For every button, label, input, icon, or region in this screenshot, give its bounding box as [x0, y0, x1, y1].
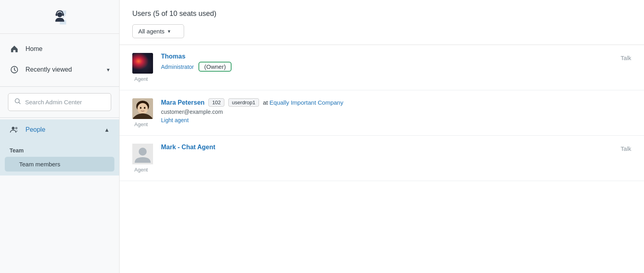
sidebar: Home Recently viewed ▾: [0, 0, 120, 273]
nav-item-people[interactable]: People ▲: [0, 119, 119, 140]
zendesk-logo-icon: [50, 8, 69, 27]
page-title: Users (5 of 10 seats used): [132, 10, 631, 18]
svg-point-13: [139, 148, 147, 156]
user-email: customer@example.com: [161, 108, 631, 115]
svg-point-10: [140, 107, 141, 109]
user-company: at Equally Important Company: [263, 99, 344, 106]
user-list: Agent Thomas Administrator (Owner) Talk: [120, 45, 644, 181]
user-type-label: Agent: [134, 121, 148, 127]
svg-point-0: [57, 12, 62, 17]
dropdown-chevron-icon: ▾: [168, 28, 171, 34]
user-info: Thomas Administrator (Owner): [161, 53, 613, 72]
nav-item-recently-viewed-label: Recently viewed: [26, 66, 100, 73]
user-row-right: Talk: [620, 144, 631, 152]
svg-point-11: [144, 107, 145, 109]
user-info: Mark - Chat Agent: [161, 144, 613, 151]
svg-point-5: [12, 127, 15, 130]
svg-rect-2: [62, 14, 64, 16]
agents-filter-label: All agents: [138, 28, 165, 35]
search-input[interactable]: [25, 99, 105, 105]
table-row: Agent Thomas Administrator (Owner) Talk: [120, 45, 644, 90]
people-icon: [10, 125, 19, 135]
table-row: Agent Mark - Chat Agent Talk: [120, 136, 644, 181]
chevron-down-icon: ▾: [107, 66, 110, 73]
home-icon: [10, 44, 19, 54]
user-role-row: Administrator (Owner): [161, 62, 613, 72]
user-role[interactable]: Light agent: [161, 117, 188, 123]
svg-rect-1: [55, 14, 57, 16]
company-link[interactable]: Equally Important Company: [269, 99, 343, 106]
user-row-right: Talk: [620, 53, 631, 61]
sidebar-item-team-members[interactable]: Team members: [5, 157, 114, 172]
user-badge-number: 102: [208, 98, 224, 107]
nav-divider: [0, 86, 119, 87]
chevron-up-icon: ▲: [104, 127, 110, 133]
main-header: Users (5 of 10 seats used) All agents ▾: [120, 0, 644, 45]
owner-badge: (Owner): [198, 62, 231, 72]
clock-icon: [10, 65, 19, 74]
svg-point-9: [137, 103, 148, 114]
user-name[interactable]: Mark - Chat Agent: [161, 144, 215, 151]
svg-point-6: [15, 127, 18, 129]
nav-item-home-label: Home: [26, 45, 110, 53]
sub-nav: Team Team members: [0, 140, 119, 176]
user-product: Talk: [620, 53, 631, 61]
main-content: Users (5 of 10 seats used) All agents ▾ …: [120, 0, 644, 273]
search-box[interactable]: [8, 93, 111, 111]
user-type-label: Agent: [134, 76, 148, 82]
sidebar-nav: Home Recently viewed ▾: [0, 34, 119, 85]
user-role[interactable]: Administrator: [161, 64, 194, 70]
avatar: [132, 53, 153, 74]
filter-row: All agents ▾: [132, 24, 631, 38]
user-name[interactable]: Mara Petersen: [161, 99, 204, 106]
avatar: [132, 144, 153, 164]
search-divider: [0, 117, 119, 118]
nav-item-home[interactable]: Home: [0, 39, 119, 59]
user-name[interactable]: Thomas: [161, 53, 185, 60]
user-type-label: Agent: [134, 167, 148, 173]
search-icon: [14, 98, 21, 107]
agents-filter-dropdown[interactable]: All agents ▾: [132, 24, 184, 38]
nav-item-recently-viewed[interactable]: Recently viewed ▾: [0, 59, 119, 80]
user-product: Talk: [620, 144, 631, 152]
avatar: [132, 98, 153, 119]
nav-item-people-label: People: [26, 126, 98, 133]
search-container: [0, 88, 119, 116]
user-badge-tag: userdrop1: [228, 98, 259, 107]
people-section: People ▲ Team Team members: [0, 119, 119, 176]
sidebar-logo: [0, 0, 119, 34]
user-info: Mara Petersen 102 userdrop1 at Equally I…: [161, 98, 631, 123]
team-section-label: Team: [0, 143, 119, 156]
table-row: Agent Mara Petersen 102 userdrop1 at Equ…: [120, 90, 644, 136]
